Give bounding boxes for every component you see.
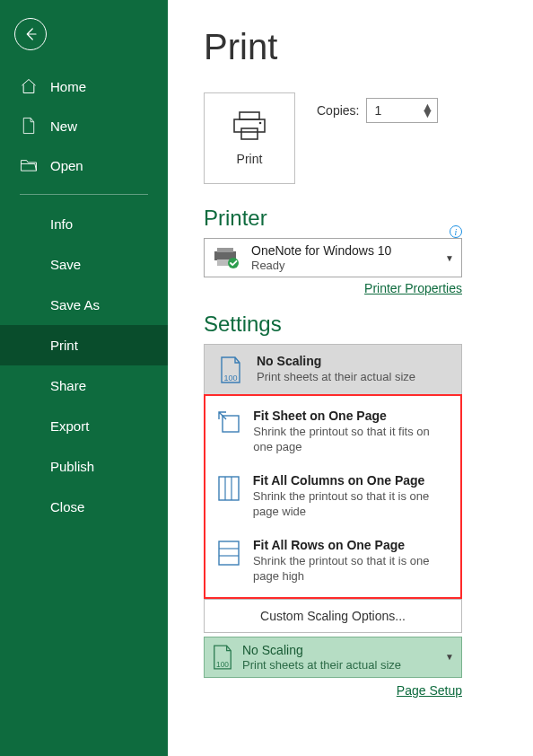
svg-rect-13 <box>219 541 239 565</box>
option-title: Fit All Rows on One Page <box>253 538 450 552</box>
sidebar-item-info[interactable]: Info <box>0 204 168 244</box>
sidebar-item-open[interactable]: Open <box>0 145 168 185</box>
chevron-down-icon: ▼ <box>445 253 454 263</box>
home-icon <box>20 77 38 95</box>
sidebar-item-label: Info <box>50 216 73 232</box>
fit-rows-icon <box>216 538 242 567</box>
svg-point-7 <box>228 258 239 268</box>
printer-name: OneNote for Windows 10 <box>251 243 391 258</box>
copies-input[interactable]: 1 ▲ ▼ <box>366 98 438 123</box>
custom-scaling-label: Custom Scaling Options... <box>260 609 406 623</box>
sidebar-item-save-as[interactable]: Save As <box>0 285 168 325</box>
sidebar-item-save[interactable]: Save <box>0 244 168 285</box>
sidebar-item-export[interactable]: Export <box>0 406 168 446</box>
highlighted-fit-options: Fit Sheet on One Page Shrink the printou… <box>204 394 462 599</box>
printer-ready-icon <box>212 246 242 269</box>
sidebar-item-label: Close <box>50 499 84 514</box>
fit-columns-icon <box>216 473 242 502</box>
copies-label: Copies: <box>317 103 359 118</box>
print-button-label: Print <box>237 152 263 166</box>
settings-section-title: Settings <box>204 312 497 337</box>
chevron-down-icon: ▼ <box>422 110 434 117</box>
print-button[interactable]: Print <box>204 92 295 184</box>
svg-rect-2 <box>241 128 258 139</box>
chevron-down-icon: ▼ <box>445 652 454 662</box>
svg-rect-1 <box>234 119 265 132</box>
folder-open-icon <box>20 156 38 174</box>
sidebar-item-publish[interactable]: Publish <box>0 446 168 487</box>
page-setup-link[interactable]: Page Setup <box>397 683 462 698</box>
sidebar-item-share[interactable]: Share <box>0 365 168 406</box>
info-icon[interactable]: i <box>450 225 462 238</box>
svg-rect-0 <box>240 112 259 119</box>
sidebar-item-label: Home <box>50 79 86 94</box>
no-scaling-icon: 100 <box>215 354 246 384</box>
sidebar-item-label: Save <box>50 257 81 272</box>
sidebar-item-print[interactable]: Print <box>0 325 168 365</box>
print-page: Print Print Copies: 1 ▲ ▼ <box>168 0 533 756</box>
backstage-sidebar: Home New Open Info Save Save As Print Sh… <box>0 0 168 756</box>
scaling-options-list: 100 No Scaling Print sheets at their act… <box>204 344 462 633</box>
custom-scaling-options[interactable]: Custom Scaling Options... <box>205 599 461 632</box>
option-desc: Shrink the printout so that it is one pa… <box>253 553 450 585</box>
printer-properties-link[interactable]: Printer Properties <box>364 281 462 295</box>
arrow-left-icon <box>22 26 39 42</box>
copies-value: 1 <box>374 103 381 118</box>
fit-sheet-icon <box>216 409 242 435</box>
svg-text:100: 100 <box>216 660 229 669</box>
printer-icon <box>231 110 268 143</box>
svg-rect-5 <box>217 248 233 252</box>
svg-rect-10 <box>219 477 239 500</box>
sidebar-item-label: Publish <box>50 459 94 474</box>
option-desc: Shrink the printout so that it is one pa… <box>253 488 450 520</box>
scaling-option-fit-columns[interactable]: Fit All Columns on One Page Shrink the p… <box>205 464 460 529</box>
svg-point-3 <box>259 122 262 125</box>
option-desc: Shrink the printout so that it fits on o… <box>253 424 450 455</box>
option-desc: Print sheets at their actual size <box>257 369 415 385</box>
printer-status: Ready <box>251 259 391 272</box>
option-title: No Scaling <box>257 354 415 368</box>
page-title: Print <box>204 27 497 67</box>
scaling-selector[interactable]: 100 No Scaling Print sheets at their act… <box>204 637 462 678</box>
sidebar-item-label: Share <box>50 378 86 393</box>
document-icon <box>20 117 38 135</box>
printer-selector[interactable]: OneNote for Windows 10 Ready ▼ <box>204 238 462 277</box>
sidebar-item-label: Print <box>50 338 78 353</box>
svg-text:100: 100 <box>223 374 237 382</box>
scaling-option-fit-rows[interactable]: Fit All Rows on One Page Shrink the prin… <box>205 529 460 593</box>
sidebar-item-label: New <box>50 119 77 134</box>
sidebar-item-label: Open <box>50 158 83 173</box>
sidebar-item-label: Export <box>50 418 89 434</box>
no-scaling-icon: 100 <box>212 644 233 671</box>
scaling-option-no-scaling[interactable]: 100 No Scaling Print sheets at their act… <box>205 345 461 394</box>
sidebar-item-label: Save As <box>50 297 100 312</box>
current-scaling-title: No Scaling <box>242 643 401 657</box>
sidebar-item-home[interactable]: Home <box>0 66 168 106</box>
sidebar-item-close[interactable]: Close <box>0 487 168 527</box>
sidebar-separator <box>20 194 148 195</box>
back-button[interactable] <box>14 18 47 50</box>
copies-spinner[interactable]: ▲ ▼ <box>422 104 434 117</box>
scaling-option-fit-sheet[interactable]: Fit Sheet on One Page Shrink the printou… <box>205 400 460 464</box>
sidebar-item-new[interactable]: New <box>0 106 168 145</box>
current-scaling-desc: Print sheets at their actual size <box>242 658 401 672</box>
option-title: Fit All Columns on One Page <box>253 473 450 488</box>
option-title: Fit Sheet on One Page <box>253 409 450 423</box>
printer-section-title: Printer <box>204 206 267 231</box>
